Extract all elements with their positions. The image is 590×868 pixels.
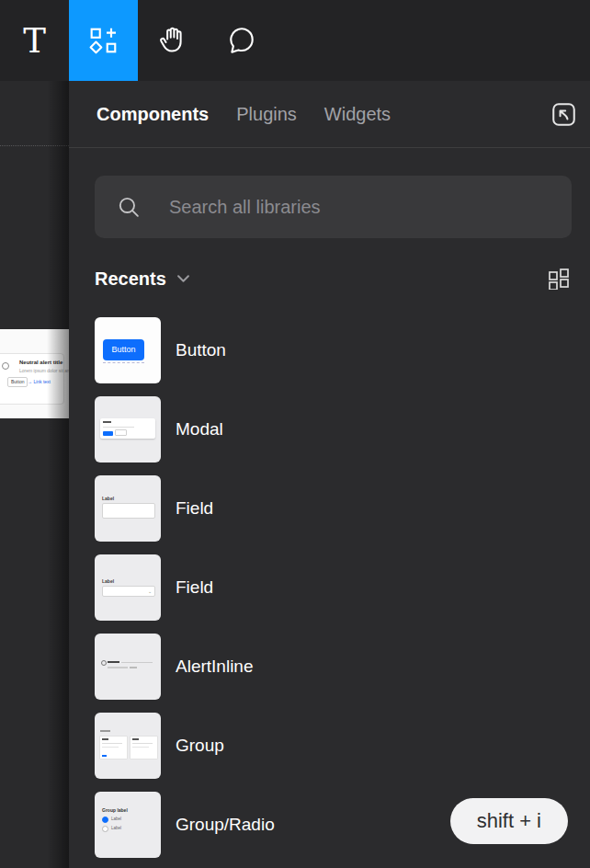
assets-icon [89,26,119,55]
thumbnail-field-input: Label [95,475,161,542]
text-tool-icon: T [23,24,46,58]
thumbnail-group [95,713,161,779]
toolbar: T [0,0,590,81]
thumb-modal-card [100,418,155,439]
recents-header: Recents [95,268,570,290]
text-tool-button[interactable]: T [0,0,69,81]
list-item-field-input[interactable]: Label Field [95,475,590,542]
panel-shadow [47,81,69,868]
tab-components[interactable]: Components [96,104,209,125]
thumbnail-group-radio: Group label Label Label [95,792,161,858]
panel-header: Components Plugins Widgets [69,81,590,148]
thumbnail-alertinline [95,634,161,700]
item-label: Button [176,340,226,360]
chevron-down-icon[interactable] [177,275,189,282]
tab-widgets[interactable]: Widgets [324,104,391,125]
shortcut-hint-badge: shift + i [450,798,568,844]
item-label: Field [176,577,213,598]
recents-list: Button Button Modal Label [95,317,590,858]
item-label: Modal [176,419,223,440]
list-item-group[interactable]: Group [95,713,590,779]
thumb-button-preview: Button [103,339,144,360]
grid-view-button[interactable] [548,268,570,290]
search-bar[interactable] [95,176,572,238]
thumbnail-button: Button [95,317,161,383]
item-label: Group [176,736,224,756]
alert-preview-icon [2,362,9,370]
list-item-alertinline[interactable]: AlertInline [95,634,590,700]
comment-tool-button[interactable] [207,0,276,81]
components-panel: Components Plugins Widgets Recents [69,81,590,868]
thumbnail-field-select: Label ⌄ [95,554,161,621]
list-item-button[interactable]: Button Button [95,317,590,383]
assets-tool-button[interactable] [69,0,138,81]
grid-view-icon [548,268,570,290]
list-item-field-select[interactable]: Label ⌄ Field [95,554,590,621]
hand-icon [157,25,188,56]
item-label: Group/Radio [176,815,275,835]
alert-preview-button: Button [7,377,28,387]
comment-icon [226,25,257,56]
hand-tool-button[interactable] [138,0,207,81]
thumb-button-underline [103,362,144,363]
item-label: AlertInline [176,657,254,677]
recents-dropdown[interactable]: Recents [95,268,166,290]
popout-button[interactable] [550,101,576,127]
tab-plugins[interactable]: Plugins [236,104,297,125]
list-item-modal[interactable]: Modal [95,396,590,463]
main-area: Neutral alert title Lorem ipsum dolor si… [0,81,590,868]
canvas[interactable]: Neutral alert title Lorem ipsum dolor si… [0,81,69,868]
thumbnail-modal [95,396,161,463]
popout-icon [551,102,576,127]
search-input[interactable] [167,196,553,219]
search-icon [118,196,141,219]
item-label: Field [176,498,213,519]
